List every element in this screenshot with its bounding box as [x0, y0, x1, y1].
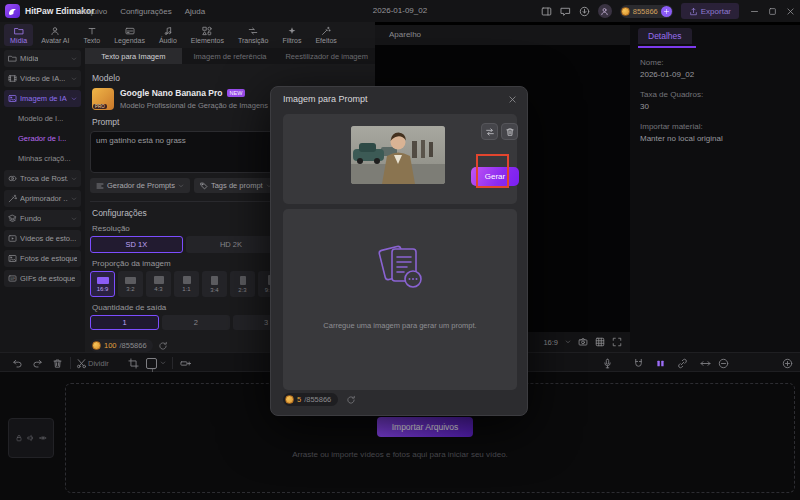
import-files-button[interactable]: Importar Arquivos [377, 417, 473, 437]
zoom-in-icon[interactable] [782, 358, 793, 369]
aspect-2-3[interactable]: 2:3 [230, 271, 255, 297]
refresh-icon[interactable] [158, 341, 168, 351]
ribbon-tab-transicao[interactable]: Transição [232, 24, 274, 46]
tab-imagem-referencia[interactable]: Imagem de referência [182, 48, 279, 64]
tab-detalhes[interactable]: Detalhes [638, 28, 692, 44]
lock-icon[interactable] [15, 434, 23, 442]
field-label-importar: Importar material: [640, 122, 792, 131]
minimize-button[interactable] [750, 7, 759, 16]
resolution-hd2k[interactable]: HD 2K [186, 236, 277, 253]
chevron-down-icon [160, 360, 166, 366]
download-icon[interactable] [579, 6, 590, 17]
feedback-icon[interactable] [560, 6, 571, 17]
generator-tabs: Texto para Imagem Imagem de referência R… [85, 48, 375, 64]
delete-icon[interactable] [52, 358, 63, 369]
ribbon-tab-elementos[interactable]: Elementos [185, 24, 230, 46]
fullscreen-icon[interactable] [612, 337, 622, 347]
sidebar-item-midia[interactable]: Mídia [4, 50, 81, 67]
delete-image-button[interactable] [501, 123, 518, 140]
export-button[interactable]: Exportar [681, 3, 739, 19]
sidebar-item-fundo[interactable]: Fundo [4, 210, 81, 227]
ribbon-tab-efeitos[interactable]: Efeitos [309, 24, 342, 46]
sidebar-item-videos-estoque[interactable]: Vídeos de esto... [4, 230, 81, 247]
mute-icon[interactable] [27, 434, 35, 442]
balance-value: /855866 [304, 395, 331, 404]
visibility-icon[interactable] [39, 434, 47, 442]
user-avatar[interactable] [598, 4, 612, 18]
upload-placeholder-text: Carregue uma imagem para gerar um prompt… [283, 321, 517, 330]
close-window-button[interactable] [786, 7, 795, 16]
ratio-selector[interactable]: 16:9 [543, 338, 558, 347]
sidebar-item-aprimorador[interactable]: Aprimorador ... [4, 190, 81, 207]
generation-cost-badge: 100/855866 [90, 339, 153, 352]
crop-icon[interactable] [128, 358, 139, 369]
ribbon-toolbar: Mídia Avatar AI Texto Legendas Áudio Ele… [0, 22, 375, 48]
resolution-sd1x[interactable]: SD 1X [90, 236, 183, 253]
music-note-icon [163, 26, 173, 36]
aspect-4-3[interactable]: 4:3 [146, 271, 171, 297]
refresh-icon[interactable] [346, 395, 356, 405]
sidebar-item-imagem-ia[interactable]: Imagem de IA [4, 90, 81, 107]
snapshot-icon[interactable] [578, 337, 588, 347]
aspect-1-1[interactable]: 1:1 [174, 271, 199, 297]
sidebar-subitem-gerador[interactable]: Gerador de I... [4, 130, 81, 147]
swap-icon [485, 127, 495, 137]
sidebar-subitem-minhas-criacoes[interactable]: Minhas criaçõ... [4, 150, 81, 167]
chevron-down-icon [178, 183, 184, 189]
tab-underline [638, 46, 696, 48]
pro-badge: PRO [93, 104, 107, 109]
sidebar-item-fotos-estoque[interactable]: Fotos de estoque [4, 250, 81, 267]
layout-panels-icon[interactable] [541, 6, 552, 17]
sidebar-label: Vídeos de esto... [20, 234, 76, 243]
sidebar-subitem-modelo[interactable]: Modelo de I... [4, 110, 81, 127]
grid-icon[interactable] [595, 337, 605, 347]
ratio-glyph [154, 276, 164, 284]
ratio-glyph [211, 276, 218, 285]
sidebar-item-troca-rosto[interactable]: Troca de Rost... [4, 170, 81, 187]
text-tool-button[interactable] [146, 358, 157, 369]
add-credits-button[interactable] [661, 6, 672, 17]
ratio-label: 1:1 [182, 286, 190, 292]
add-track-icon[interactable] [180, 358, 191, 369]
link-icon[interactable] [677, 358, 688, 369]
credits-badge[interactable]: 855866 [620, 5, 673, 18]
quantity-2[interactable]: 2 [162, 315, 229, 330]
sidebar-label: Fundo [20, 214, 41, 223]
prompt-tags-dropdown[interactable]: Tags de prompt [194, 178, 278, 193]
maximize-button[interactable] [768, 7, 777, 16]
aspect-16-9[interactable]: 16:9 [90, 271, 115, 297]
replace-image-button[interactable] [481, 123, 498, 140]
ribbon-tab-midia[interactable]: Mídia [4, 24, 33, 46]
close-dialog-button[interactable] [508, 95, 517, 104]
sidebar-item-gifs-estoque[interactable]: GIFGIFs de estoque [4, 270, 81, 287]
ribbon-tab-audio[interactable]: Áudio [153, 24, 183, 46]
generate-prompt-button[interactable]: Gerar [471, 167, 519, 186]
aspect-3-2[interactable]: 3:2 [118, 271, 143, 297]
prompt-generator-dropdown[interactable]: Gerador de Prompts [90, 178, 190, 193]
sidebar-item-video-ia[interactable]: Vídeo de IA... [4, 70, 81, 87]
aspect-3-4[interactable]: 3:4 [202, 271, 227, 297]
menu-ajuda[interactable]: Ajuda [185, 7, 205, 16]
tab-texto-para-imagem[interactable]: Texto para Imagem [85, 48, 182, 64]
uploaded-image-thumbnail[interactable] [351, 126, 445, 184]
coin-icon [92, 341, 101, 350]
microphone-icon[interactable] [602, 358, 613, 369]
keyframe-icon[interactable] [655, 358, 666, 369]
chevron-down-icon [71, 96, 77, 102]
menu-arquivo[interactable]: Arquivo [80, 7, 107, 16]
field-value-nome: 2026-01-09_02 [640, 70, 792, 79]
ribbon-tab-filtros[interactable]: Filtros [276, 24, 307, 46]
redo-icon[interactable] [32, 358, 43, 369]
ribbon-tab-avatar-ai[interactable]: Avatar AI [35, 24, 75, 46]
list-icon [96, 182, 104, 190]
zoom-out-icon[interactable] [718, 358, 729, 369]
menu-configuracoes[interactable]: Configurações [120, 7, 172, 16]
ribbon-tab-legendas[interactable]: Legendas [108, 24, 151, 46]
split-icon[interactable] [76, 358, 87, 369]
tab-reestilizador[interactable]: Reestilizador de imagem [278, 48, 375, 64]
undo-icon[interactable] [12, 358, 23, 369]
expand-icon[interactable] [700, 358, 711, 369]
magnet-icon[interactable] [633, 358, 644, 369]
ribbon-tab-texto[interactable]: Texto [77, 24, 106, 46]
quantity-1[interactable]: 1 [90, 315, 159, 330]
